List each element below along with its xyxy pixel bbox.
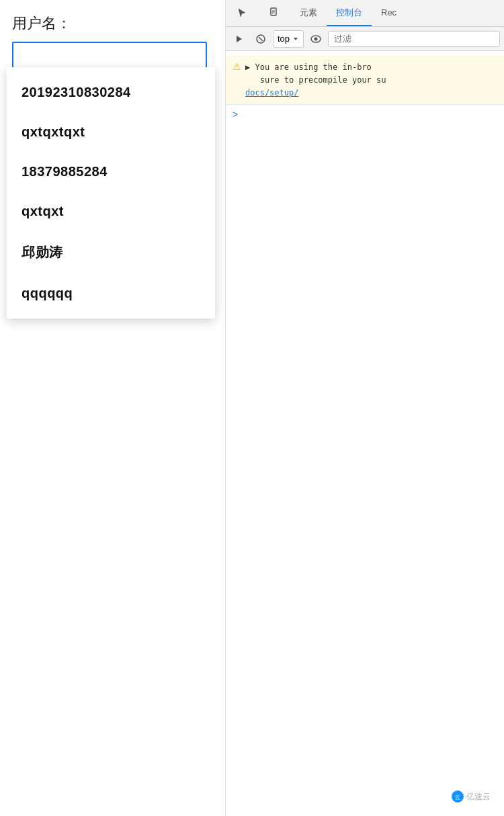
stop-button[interactable] [251,30,270,48]
console-prompt-line: > [226,105,504,124]
tab-elements[interactable]: 元素 [290,0,327,26]
warning-icon: ⚠ [233,61,241,72]
tab-rec-label: Rec [381,7,396,17]
yisu-icon: 云 [452,790,464,803]
svg-marker-4 [237,36,242,42]
tab-cursor[interactable] [226,0,258,26]
svg-line-6 [259,37,263,41]
page-icon [267,6,281,19]
tab-console-label: 控制台 [336,7,362,19]
warning-message-0: ⚠ ▶ You are using the in-bro sure to pre… [226,55,504,105]
devtools-tabs-bar: 元素 控制台 Rec [226,0,504,27]
tab-page[interactable] [258,0,290,26]
left-panel: 用户名： 20192310830284 qxtqxtqxt 1837988528… [0,0,225,816]
context-dropdown-label: top [278,34,290,44]
dropdown-item-5[interactable]: qqqqqq [7,274,215,313]
watermark-text: 亿速云 [466,791,491,803]
tab-elements-label: 元素 [300,7,317,19]
dropdown-item-2[interactable]: 18379885284 [7,152,215,192]
dropdown-item-4[interactable]: 邱勋涛 [7,231,215,274]
console-area: ⚠ ▶ You are using the in-bro sure to pre… [226,51,504,816]
svg-point-9 [314,37,318,40]
devtools-toolbar: top [226,27,504,51]
cursor-icon [235,6,249,19]
warning-text-line1: ▶ You are using the in-bro sure to preco… [245,63,386,97]
dropdown-item-0[interactable]: 20192310830284 [7,73,215,112]
prompt-arrow: > [233,109,238,120]
username-label: 用户名： [12,13,213,34]
svg-marker-7 [294,38,298,40]
dropdown-item-3[interactable]: qxtqxt [7,192,215,231]
warning-content: ▶ You are using the in-bro sure to preco… [245,60,386,99]
tab-rec[interactable]: Rec [372,0,406,26]
dropdown-item-1[interactable]: qxtqxtqxt [7,112,215,152]
context-dropdown[interactable]: top [273,30,304,48]
svg-text:云: 云 [455,794,460,801]
filter-input[interactable] [328,31,500,47]
watermark: 云 亿速云 [452,790,491,803]
tab-console[interactable]: 控制台 [327,0,372,26]
devtools-panel: 元素 控制台 Rec top [225,0,504,816]
form-area: 用户名： [0,0,225,78]
username-dropdown: 20192310830284 qxtqxtqxt 18379885284 qxt… [7,67,215,319]
warning-link[interactable]: docs/setup/ [245,88,298,97]
eye-button[interactable] [306,30,325,48]
play-button[interactable] [230,30,249,48]
